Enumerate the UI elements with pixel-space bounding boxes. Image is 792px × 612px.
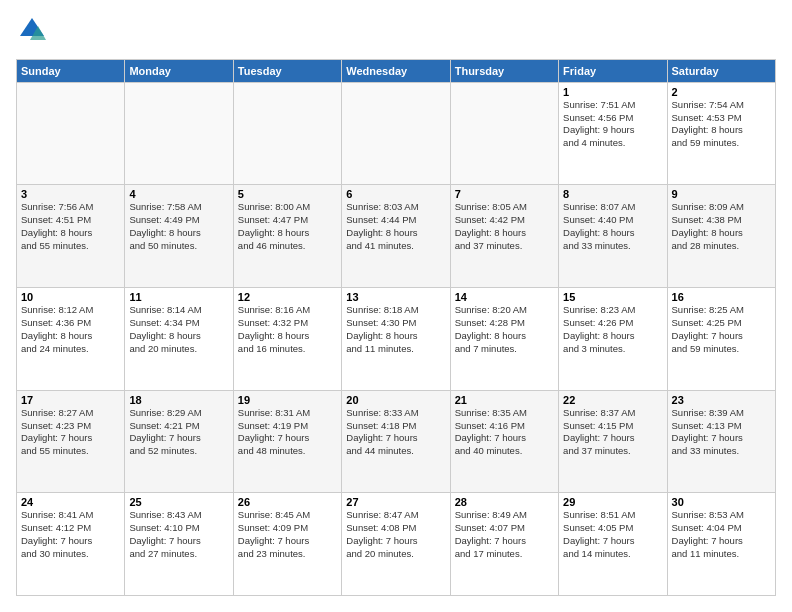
day-cell: 12Sunrise: 8:16 AM Sunset: 4:32 PM Dayli…	[233, 288, 341, 391]
day-cell: 5Sunrise: 8:00 AM Sunset: 4:47 PM Daylig…	[233, 185, 341, 288]
weekday-thursday: Thursday	[450, 59, 558, 82]
day-info: Sunrise: 8:16 AM Sunset: 4:32 PM Dayligh…	[238, 304, 337, 355]
day-number: 7	[455, 188, 554, 200]
day-info: Sunrise: 8:27 AM Sunset: 4:23 PM Dayligh…	[21, 407, 120, 458]
day-number: 12	[238, 291, 337, 303]
day-cell: 28Sunrise: 8:49 AM Sunset: 4:07 PM Dayli…	[450, 493, 558, 596]
day-info: Sunrise: 8:07 AM Sunset: 4:40 PM Dayligh…	[563, 201, 662, 252]
day-cell: 8Sunrise: 8:07 AM Sunset: 4:40 PM Daylig…	[559, 185, 667, 288]
weekday-tuesday: Tuesday	[233, 59, 341, 82]
calendar-table: SundayMondayTuesdayWednesdayThursdayFrid…	[16, 59, 776, 596]
day-number: 22	[563, 394, 662, 406]
day-cell: 4Sunrise: 7:58 AM Sunset: 4:49 PM Daylig…	[125, 185, 233, 288]
day-info: Sunrise: 7:51 AM Sunset: 4:56 PM Dayligh…	[563, 99, 662, 150]
day-number: 17	[21, 394, 120, 406]
day-number: 24	[21, 496, 120, 508]
day-info: Sunrise: 8:23 AM Sunset: 4:26 PM Dayligh…	[563, 304, 662, 355]
day-number: 11	[129, 291, 228, 303]
day-cell: 18Sunrise: 8:29 AM Sunset: 4:21 PM Dayli…	[125, 390, 233, 493]
day-number: 20	[346, 394, 445, 406]
week-row-3: 10Sunrise: 8:12 AM Sunset: 4:36 PM Dayli…	[17, 288, 776, 391]
day-cell: 14Sunrise: 8:20 AM Sunset: 4:28 PM Dayli…	[450, 288, 558, 391]
day-cell	[450, 82, 558, 185]
page: SundayMondayTuesdayWednesdayThursdayFrid…	[0, 0, 792, 612]
day-number: 5	[238, 188, 337, 200]
day-cell: 19Sunrise: 8:31 AM Sunset: 4:19 PM Dayli…	[233, 390, 341, 493]
day-cell: 22Sunrise: 8:37 AM Sunset: 4:15 PM Dayli…	[559, 390, 667, 493]
day-info: Sunrise: 7:54 AM Sunset: 4:53 PM Dayligh…	[672, 99, 771, 150]
day-number: 8	[563, 188, 662, 200]
day-number: 19	[238, 394, 337, 406]
day-cell	[125, 82, 233, 185]
day-cell: 10Sunrise: 8:12 AM Sunset: 4:36 PM Dayli…	[17, 288, 125, 391]
logo-icon	[18, 16, 46, 44]
day-info: Sunrise: 8:37 AM Sunset: 4:15 PM Dayligh…	[563, 407, 662, 458]
week-row-4: 17Sunrise: 8:27 AM Sunset: 4:23 PM Dayli…	[17, 390, 776, 493]
day-info: Sunrise: 8:39 AM Sunset: 4:13 PM Dayligh…	[672, 407, 771, 458]
day-number: 26	[238, 496, 337, 508]
day-number: 23	[672, 394, 771, 406]
header	[16, 16, 776, 49]
day-info: Sunrise: 8:49 AM Sunset: 4:07 PM Dayligh…	[455, 509, 554, 560]
day-info: Sunrise: 8:12 AM Sunset: 4:36 PM Dayligh…	[21, 304, 120, 355]
day-number: 1	[563, 86, 662, 98]
day-info: Sunrise: 7:58 AM Sunset: 4:49 PM Dayligh…	[129, 201, 228, 252]
week-row-5: 24Sunrise: 8:41 AM Sunset: 4:12 PM Dayli…	[17, 493, 776, 596]
day-number: 13	[346, 291, 445, 303]
weekday-header-row: SundayMondayTuesdayWednesdayThursdayFrid…	[17, 59, 776, 82]
day-number: 14	[455, 291, 554, 303]
day-number: 27	[346, 496, 445, 508]
day-cell: 21Sunrise: 8:35 AM Sunset: 4:16 PM Dayli…	[450, 390, 558, 493]
day-number: 30	[672, 496, 771, 508]
day-cell: 2Sunrise: 7:54 AM Sunset: 4:53 PM Daylig…	[667, 82, 775, 185]
day-cell: 30Sunrise: 8:53 AM Sunset: 4:04 PM Dayli…	[667, 493, 775, 596]
day-info: Sunrise: 8:41 AM Sunset: 4:12 PM Dayligh…	[21, 509, 120, 560]
day-info: Sunrise: 8:05 AM Sunset: 4:42 PM Dayligh…	[455, 201, 554, 252]
weekday-sunday: Sunday	[17, 59, 125, 82]
day-info: Sunrise: 8:35 AM Sunset: 4:16 PM Dayligh…	[455, 407, 554, 458]
day-info: Sunrise: 7:56 AM Sunset: 4:51 PM Dayligh…	[21, 201, 120, 252]
day-cell: 24Sunrise: 8:41 AM Sunset: 4:12 PM Dayli…	[17, 493, 125, 596]
day-number: 2	[672, 86, 771, 98]
day-cell: 20Sunrise: 8:33 AM Sunset: 4:18 PM Dayli…	[342, 390, 450, 493]
day-info: Sunrise: 8:51 AM Sunset: 4:05 PM Dayligh…	[563, 509, 662, 560]
day-info: Sunrise: 8:45 AM Sunset: 4:09 PM Dayligh…	[238, 509, 337, 560]
day-info: Sunrise: 8:03 AM Sunset: 4:44 PM Dayligh…	[346, 201, 445, 252]
day-info: Sunrise: 8:31 AM Sunset: 4:19 PM Dayligh…	[238, 407, 337, 458]
day-cell: 13Sunrise: 8:18 AM Sunset: 4:30 PM Dayli…	[342, 288, 450, 391]
day-cell: 29Sunrise: 8:51 AM Sunset: 4:05 PM Dayli…	[559, 493, 667, 596]
day-number: 15	[563, 291, 662, 303]
day-info: Sunrise: 8:09 AM Sunset: 4:38 PM Dayligh…	[672, 201, 771, 252]
day-info: Sunrise: 8:00 AM Sunset: 4:47 PM Dayligh…	[238, 201, 337, 252]
week-row-1: 1Sunrise: 7:51 AM Sunset: 4:56 PM Daylig…	[17, 82, 776, 185]
day-number: 3	[21, 188, 120, 200]
weekday-saturday: Saturday	[667, 59, 775, 82]
day-cell: 16Sunrise: 8:25 AM Sunset: 4:25 PM Dayli…	[667, 288, 775, 391]
day-info: Sunrise: 8:43 AM Sunset: 4:10 PM Dayligh…	[129, 509, 228, 560]
day-cell: 9Sunrise: 8:09 AM Sunset: 4:38 PM Daylig…	[667, 185, 775, 288]
weekday-wednesday: Wednesday	[342, 59, 450, 82]
day-info: Sunrise: 8:20 AM Sunset: 4:28 PM Dayligh…	[455, 304, 554, 355]
day-cell	[233, 82, 341, 185]
day-number: 29	[563, 496, 662, 508]
logo	[16, 16, 46, 49]
day-number: 10	[21, 291, 120, 303]
day-info: Sunrise: 8:25 AM Sunset: 4:25 PM Dayligh…	[672, 304, 771, 355]
day-cell	[342, 82, 450, 185]
week-row-2: 3Sunrise: 7:56 AM Sunset: 4:51 PM Daylig…	[17, 185, 776, 288]
day-cell: 11Sunrise: 8:14 AM Sunset: 4:34 PM Dayli…	[125, 288, 233, 391]
day-cell: 15Sunrise: 8:23 AM Sunset: 4:26 PM Dayli…	[559, 288, 667, 391]
day-number: 25	[129, 496, 228, 508]
day-number: 9	[672, 188, 771, 200]
day-info: Sunrise: 8:53 AM Sunset: 4:04 PM Dayligh…	[672, 509, 771, 560]
day-cell: 17Sunrise: 8:27 AM Sunset: 4:23 PM Dayli…	[17, 390, 125, 493]
day-info: Sunrise: 8:29 AM Sunset: 4:21 PM Dayligh…	[129, 407, 228, 458]
day-cell: 1Sunrise: 7:51 AM Sunset: 4:56 PM Daylig…	[559, 82, 667, 185]
day-info: Sunrise: 8:18 AM Sunset: 4:30 PM Dayligh…	[346, 304, 445, 355]
day-number: 4	[129, 188, 228, 200]
day-cell: 27Sunrise: 8:47 AM Sunset: 4:08 PM Dayli…	[342, 493, 450, 596]
day-info: Sunrise: 8:14 AM Sunset: 4:34 PM Dayligh…	[129, 304, 228, 355]
day-cell: 23Sunrise: 8:39 AM Sunset: 4:13 PM Dayli…	[667, 390, 775, 493]
weekday-friday: Friday	[559, 59, 667, 82]
day-info: Sunrise: 8:47 AM Sunset: 4:08 PM Dayligh…	[346, 509, 445, 560]
